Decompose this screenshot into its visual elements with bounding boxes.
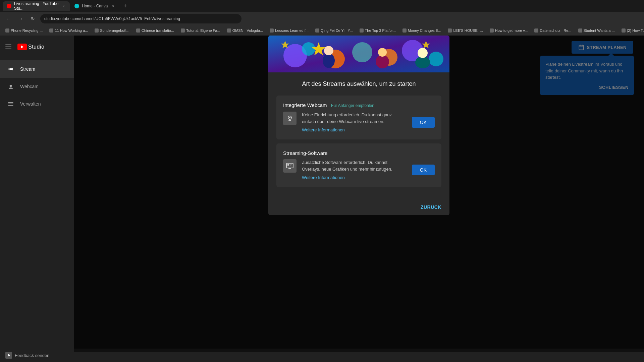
sidebar-header: Studio <box>0 39 74 55</box>
bookmark-label-12: How to get more v... <box>495 28 528 33</box>
bookmarks-bar: Phone Recycling-... 11 How Working a... … <box>0 25 644 36</box>
sidebar-item-verwalten[interactable]: Verwalten <box>0 95 74 113</box>
canva-favicon <box>74 4 79 8</box>
svg-rect-31 <box>287 164 289 166</box>
sidebar-stream-label: Stream <box>20 66 35 72</box>
webcam-ok-button[interactable]: OK <box>412 117 435 128</box>
bookmark-favicon-1 <box>5 28 9 33</box>
app-container: Studio Stream <box>0 36 644 352</box>
bookmark-label-9: The Top 3 Platfor... <box>365 28 396 33</box>
modal-body: Art des Streams auswählen, um zu starten… <box>268 72 449 199</box>
bookmark-14[interactable]: Student Wants a ... <box>576 28 618 33</box>
forward-button[interactable]: → <box>16 14 25 23</box>
new-tab-button[interactable]: + <box>120 1 130 11</box>
svg-rect-4 <box>8 105 13 106</box>
bookmark-8[interactable]: Qing Fei De Yi - Y... <box>313 28 356 33</box>
webcam-desc: Keine Einrichtung erforderlich. Du kanns… <box>302 112 407 133</box>
sidebar-webcam-label: Webcam <box>20 84 39 89</box>
sidebar-nav: Stream Webcam <box>0 60 74 113</box>
option-title-group: Integrierte Webcam Für Anfänger empfohle… <box>283 102 374 108</box>
webcam-desc-text: Keine Einrichtung erforderlich. Du kanns… <box>302 112 407 125</box>
bookmark-1[interactable]: Phone Recycling-... <box>3 28 45 33</box>
bookmark-2[interactable]: 11 How Working a... <box>47 28 91 33</box>
tab-yt[interactable]: Livestreaming - YouTube Stu... × <box>3 1 70 11</box>
option-header-software: Streaming-Software <box>283 150 435 156</box>
bookmark-9[interactable]: The Top 3 Platfor... <box>357 28 398 33</box>
bookmark-15[interactable]: (2) How To Add A... <box>619 28 644 33</box>
hero-shapes <box>268 36 449 72</box>
bookmark-favicon-2 <box>49 28 53 33</box>
feedback-label[interactable]: Feedback senden <box>15 353 49 358</box>
option-card-webcam: Integrierte Webcam Für Anfänger empfohle… <box>276 96 441 139</box>
back-button[interactable]: ← <box>4 14 13 23</box>
svg-point-1 <box>10 85 12 87</box>
studio-label: Studio <box>28 44 44 50</box>
bookmark-label-1: Phone Recycling-... <box>11 28 43 33</box>
bookmark-label-5: Tutorial: Eigene Fa... <box>186 28 220 33</box>
bookmark-5[interactable]: Tutorial: Eigene Fa... <box>178 28 223 33</box>
bookmark-13[interactable]: Datenschutz - Re... <box>532 28 574 33</box>
yt-studio-logo[interactable]: Studio <box>17 44 44 50</box>
hero-illustration <box>268 36 449 72</box>
software-option-icon <box>283 159 297 173</box>
bookmark-11[interactable]: LEE'S HOUSE -... <box>445 28 485 33</box>
bookmark-favicon-9 <box>360 28 364 33</box>
feedback-icon: ⚑ <box>5 352 12 359</box>
stream-icon <box>7 65 15 73</box>
stream-type-modal: Art des Streams auswählen, um zu starten… <box>268 36 449 215</box>
svg-rect-29 <box>289 119 290 120</box>
sidebar: Studio Stream <box>0 36 74 352</box>
webcam-icon <box>7 82 15 90</box>
bookmark-favicon-5 <box>181 28 185 33</box>
tab-close-canva[interactable]: × <box>110 3 116 9</box>
software-desc-text: Zusätzliche Software erforderlich. Du ka… <box>302 159 407 172</box>
bookmark-6[interactable]: GMSN - Vologda... <box>224 28 266 33</box>
svg-point-13 <box>352 42 372 62</box>
software-option-content: Zusätzliche Software erforderlich. Du ka… <box>283 159 435 180</box>
tab-close-yt[interactable]: × <box>61 3 66 9</box>
bookmark-favicon-8 <box>315 28 319 33</box>
bookmark-10[interactable]: Money Changes E... <box>400 28 444 33</box>
bookmark-label-3: Sonderangebot!... <box>100 28 129 33</box>
reload-button[interactable]: ↻ <box>28 14 38 23</box>
bookmark-label-14: Student Wants a ... <box>584 28 615 33</box>
software-info-link[interactable]: Weitere Informationen <box>302 175 345 180</box>
software-ok-button[interactable]: OK <box>412 165 435 175</box>
option-header-webcam: Integrierte Webcam Für Anfänger empfohle… <box>283 102 435 108</box>
nav-bar: ← → ↻ studio.youtube.com/channel/UC1a5FW… <box>0 12 644 25</box>
bookmark-favicon-7 <box>270 28 274 33</box>
bookmark-12[interactable]: How to get more v... <box>487 28 531 33</box>
svg-rect-2 <box>8 102 13 103</box>
bookmark-label-2: 11 How Working a... <box>55 28 88 33</box>
bookmark-label-4: Chinese translatio... <box>142 28 174 33</box>
svg-point-11 <box>302 42 315 56</box>
modal-overlay: Art des Streams auswählen, um zu starten… <box>74 36 644 352</box>
sidebar-item-stream[interactable]: Stream <box>0 60 74 78</box>
webcam-option-content: Keine Einrichtung erforderlich. Du kanns… <box>283 112 435 133</box>
address-text: studio.youtube.com/channel/UC1a5FWVn0gUk… <box>44 16 180 21</box>
yt-icon <box>17 44 27 50</box>
bookmark-favicon-15 <box>622 28 626 33</box>
bookmark-4[interactable]: Chinese translatio... <box>133 28 177 33</box>
bookmark-label-15: (2) How To Add A... <box>627 28 644 33</box>
back-button-modal[interactable]: ZURÜCK <box>421 204 441 210</box>
tab-canva[interactable]: Home - Canva × <box>70 1 120 11</box>
bookmark-label-11: LEE'S HOUSE -... <box>453 28 483 33</box>
webcam-option-title: Integrierte Webcam <box>283 102 327 108</box>
tab-bar: Livestreaming - YouTube Stu... × Home - … <box>0 0 644 12</box>
bookmark-favicon-14 <box>578 28 582 33</box>
software-option-title: Streaming-Software <box>283 150 328 156</box>
bookmark-favicon-4 <box>136 28 140 33</box>
svg-point-21 <box>324 46 333 55</box>
bookmark-7[interactable]: Lessons Learned f... <box>267 28 311 33</box>
bookmark-favicon-6 <box>227 28 231 33</box>
tab-canva-label: Home - Canva <box>82 4 108 8</box>
svg-point-24 <box>415 56 430 68</box>
webcam-info-link[interactable]: Weitere Informationen <box>302 127 345 132</box>
svg-point-27 <box>289 117 290 118</box>
bookmark-3[interactable]: Sonderangebot!... <box>92 28 132 33</box>
sidebar-item-webcam[interactable]: Webcam <box>0 78 74 95</box>
hamburger-menu[interactable] <box>5 43 13 51</box>
software-desc: Zusätzliche Software erforderlich. Du ka… <box>302 159 407 180</box>
address-bar[interactable]: studio.youtube.com/channel/UC1a5FWVn0gUk… <box>40 14 241 23</box>
